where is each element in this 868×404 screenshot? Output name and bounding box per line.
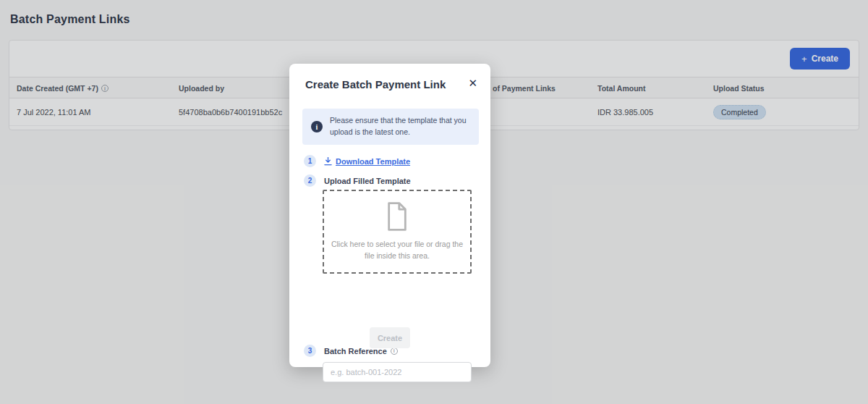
info-icon: i [311,121,323,132]
step-3-badge: 3 [304,345,316,357]
batch-reference-input[interactable] [323,362,472,382]
template-notice-banner: i Please ensure that the template that y… [302,109,479,145]
modal-header: Create Batch Payment Link ✕ [305,78,477,93]
download-icon [324,157,332,166]
step-1-badge: 1 [304,155,316,167]
step-2-badge: 2 [304,174,316,187]
upload-filled-template-label: Upload Filled Template [324,177,411,185]
create-batch-payment-link-modal: Create Batch Payment Link ✕ i Please ens… [289,64,490,367]
info-icon[interactable]: i [391,348,398,355]
file-dropzone[interactable]: Click here to select your file or drag t… [323,190,472,274]
download-template-link[interactable]: Download Template [336,157,410,166]
close-icon[interactable]: ✕ [468,77,477,88]
modal-title: Create Batch Payment Link [305,78,477,91]
file-icon [385,202,409,231]
dropzone-instructions: Click here to select your file or drag t… [331,238,464,262]
modal-create-button[interactable]: Create [370,327,410,348]
upload-filled-template-row: Upload Filled Template [324,174,411,187]
download-template-row: Download Template [324,155,410,167]
notice-text: Please ensure that the template that you… [330,115,470,138]
